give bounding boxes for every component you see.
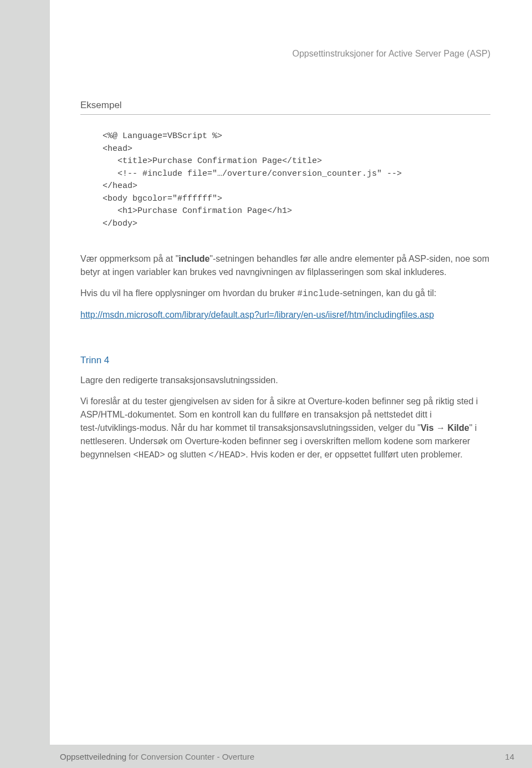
example-heading: Eksempel xyxy=(80,100,490,115)
text: -setningen, kan du gå til: xyxy=(340,288,436,298)
arrow-icon: → xyxy=(434,423,448,433)
link-line: http://msdn.microsoft.com/library/defaul… xyxy=(80,308,490,322)
step4-heading: Trinn 4 xyxy=(80,355,490,366)
content-area: Eksempel <%@ Language=VBScript %> <head>… xyxy=(80,100,490,470)
text: Vi foreslår at du tester gjengivelsen av… xyxy=(80,396,478,433)
text: Vær oppmerksom på at " xyxy=(80,254,178,263)
text: og slutten xyxy=(165,450,208,459)
bold-vis: Vis xyxy=(421,423,434,433)
step4-p2: Vi foreslår at du tester gjengivelsen av… xyxy=(80,395,490,462)
page-container: Oppsettinstruksjoner for Active Server P… xyxy=(50,0,532,768)
inline-code-head-open: <HEAD> xyxy=(133,450,165,460)
inline-code-include: #include xyxy=(297,289,340,299)
bold-kilde: Kilde xyxy=(448,423,469,433)
paragraph-include-note: Vær oppmerksom på at "include"-setningen… xyxy=(80,252,490,279)
footer-bold: Oppsettveiledning xyxy=(60,752,126,761)
text: Hvis du vil ha flere opplysninger om hvo… xyxy=(80,288,297,298)
text: . Hvis koden er der, er oppsettet fullfø… xyxy=(245,450,462,459)
paragraph-more-info: Hvis du vil ha flere opplysninger om hvo… xyxy=(80,287,490,301)
footer-text: Oppsettveiledning for Conversion Counter… xyxy=(60,752,254,761)
step4-p1: Lagre den redigerte transaksjonsavslutni… xyxy=(80,374,490,387)
bold-include: include xyxy=(178,254,209,263)
page-header-title: Oppsettinstruksjoner for Active Server P… xyxy=(293,49,490,59)
page-footer: Oppsettveiledning for Conversion Counter… xyxy=(50,745,532,768)
msdn-link[interactable]: http://msdn.microsoft.com/library/defaul… xyxy=(80,310,434,319)
page-number: 14 xyxy=(505,752,514,761)
code-block: <%@ Language=VBScript %> <head> <title>P… xyxy=(103,130,490,230)
inline-code-head-close: </HEAD> xyxy=(208,450,245,460)
footer-rest: for Conversion Counter - Overture xyxy=(126,752,254,761)
